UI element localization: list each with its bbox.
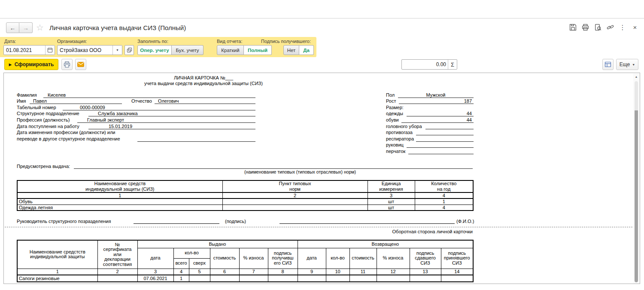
headwear-label: головного убора	[386, 124, 425, 129]
provision-underline	[74, 163, 473, 169]
signature-yes-button[interactable]: Да	[299, 45, 314, 55]
field-change-line1: Дата изменения профессии (должности) или	[17, 129, 255, 136]
tab-number-value: 0000-00009	[63, 105, 255, 110]
date-value[interactable]: 01.08.2021	[4, 46, 45, 55]
t2-header-sign-returned: подпись сдавшего СИЗ	[410, 248, 441, 269]
field-gender: Пол Мужской	[386, 92, 474, 98]
t2-r1-wear2	[377, 275, 410, 282]
headwear-value	[425, 124, 474, 129]
date-input[interactable]: 01.08.2021	[3, 45, 55, 55]
report-type-full-button[interactable]: Полный	[244, 45, 272, 55]
field-surname: Фамилия Киселев	[17, 92, 255, 98]
mittens-label: руковиц	[386, 142, 407, 148]
report-document[interactable]: ЛИЧНАЯ КАРТОЧКА №___ учета выдачи средст…	[3, 73, 640, 284]
t2-header-cert: № сертификата или декларации соответстви…	[97, 240, 137, 269]
field-gloves-size: перчаток	[386, 148, 474, 154]
respirator-label: респиратора	[386, 136, 416, 142]
t1-colnum-2: 2	[222, 192, 368, 198]
sum-sigma-button[interactable]: Σ	[448, 60, 457, 69]
t2-colnum-6: 6	[210, 269, 239, 275]
open-organization-button[interactable]	[125, 45, 134, 55]
t1-r2-name: Одежда летняя	[17, 205, 222, 211]
generate-button[interactable]: ▶ Сформировать	[4, 59, 58, 70]
person-fields-right: Пол Мужской Рост 187 Размер: одежды 44 о…	[386, 92, 474, 154]
fullname-underline	[279, 218, 455, 224]
vertical-scrollbar[interactable]: ▲	[633, 73, 639, 284]
patronymic-label: Отчество	[122, 98, 155, 104]
signature-no-button[interactable]: Нет	[283, 45, 299, 55]
t1-r2-norm	[222, 205, 368, 211]
print-button[interactable]	[581, 23, 589, 31]
favorite-star-icon[interactable]: ☆	[36, 22, 44, 33]
t2-header-returned: Возвращено	[298, 240, 473, 248]
scroll-up-icon: ▲	[635, 75, 638, 78]
t2-colnum-12: 12	[377, 269, 410, 275]
person-fields-left: Фамилия Киселев Имя Павел Отчество Олего…	[17, 92, 255, 142]
forward-button[interactable]: →	[19, 22, 33, 33]
t2-colnum-11: 11	[349, 269, 377, 275]
preview-button[interactable]	[594, 23, 601, 31]
t2-r1-over	[189, 275, 210, 282]
mittens-value	[407, 142, 474, 148]
height-value: 187	[399, 98, 474, 104]
combo-dropdown-button[interactable]: ▼	[112, 46, 122, 55]
t2-colnum-2: 2	[97, 269, 137, 275]
fill-by-accounting-button[interactable]: Бух. учету	[172, 45, 204, 55]
t2-header-wear: % износа	[239, 248, 268, 269]
t2-r1-cost2	[349, 275, 377, 282]
sigma-icon: Σ	[451, 61, 454, 68]
organization-label: Организация:	[57, 39, 87, 44]
t2-colnum-1: 1	[17, 269, 97, 275]
scrollbar-thumb[interactable]	[635, 110, 638, 282]
field-change-line2: переводе в другое структурное подразделе…	[17, 135, 255, 142]
surname-label: Фамилия	[17, 92, 43, 98]
t2-header-name: Наименование средстств индивидуальной за…	[17, 240, 97, 269]
t1-r1-qty: 1	[415, 198, 473, 205]
email-report-button[interactable]	[75, 59, 86, 70]
more-actions-button[interactable]: Еще ▼	[616, 59, 638, 70]
action-bar: ▶ Сформировать 0.00 Σ Еще ▼	[0, 58, 644, 72]
back-button[interactable]: ←	[6, 22, 19, 33]
fill-by-operational-button[interactable]: Опер. учету	[137, 45, 172, 55]
report-type-short-button[interactable]: Краткий	[217, 45, 244, 55]
title-bar: ← → ☆ Личная карточка учета выдачи СИЗ (…	[0, 19, 644, 37]
t2-header-cost: стоимость	[210, 248, 239, 269]
t2-header-date2: дата	[298, 248, 326, 269]
link-button[interactable]	[606, 23, 614, 31]
t2-header-total: всего	[173, 258, 189, 269]
report-title-line2: учета выдачи средств индивидуальной защи…	[17, 81, 390, 86]
sum-value[interactable]: 0.00	[402, 60, 448, 69]
more-dots-icon: ⋮	[620, 24, 626, 31]
report-title-line1: ЛИЧНАЯ КАРТОЧКА №___	[17, 75, 390, 80]
generate-label: Сформировать	[15, 61, 54, 67]
gender-label: Пол	[386, 92, 398, 98]
form-settings-button[interactable]	[602, 59, 614, 70]
t2-header-sign-accepted: подпись принявшего СИЗ	[441, 248, 473, 269]
more-menu-button[interactable]: ⋮	[619, 23, 626, 31]
t1-header-qty: Количество на год	[415, 180, 473, 192]
organization-combo[interactable]: СтройЗаказ ООО ▼	[57, 45, 122, 55]
close-button[interactable]: ×	[631, 23, 639, 31]
print-report-button[interactable]	[61, 59, 73, 70]
field-profession: Профессия (должность) Главный эксперт	[17, 116, 255, 123]
scrollbar-track[interactable]	[635, 81, 638, 110]
sum-field[interactable]: 0.00 Σ	[401, 59, 457, 70]
provision-note: (наименование типовых (типовых отраслевы…	[107, 169, 493, 174]
fullname-note: (Ф.И.О.)	[456, 219, 474, 224]
organization-value[interactable]: СтройЗаказ ООО	[58, 46, 112, 55]
field-hire-date: Дата поступления на работу 15.01.2019	[17, 123, 255, 129]
t2-header-issued: Выдано	[137, 240, 298, 248]
link-icon	[607, 24, 614, 31]
close-icon: ×	[633, 24, 637, 31]
calendar-picker-button[interactable]	[45, 46, 55, 55]
t2-header-qty: кол-во	[173, 248, 210, 258]
scroll-up-button[interactable]: ▲	[633, 73, 639, 79]
t2-colnum-8: 8	[268, 269, 298, 275]
save-button[interactable]	[569, 23, 577, 31]
t2-header-cost2: стоимость	[349, 248, 377, 269]
t2-colnum-9: 9	[298, 269, 326, 275]
date-label: Дата:	[4, 39, 16, 44]
t2-colnum-7: 7	[239, 269, 268, 275]
t1-colnum-3: 3	[368, 192, 415, 198]
hire-date-label: Дата поступления на работу	[17, 124, 88, 129]
